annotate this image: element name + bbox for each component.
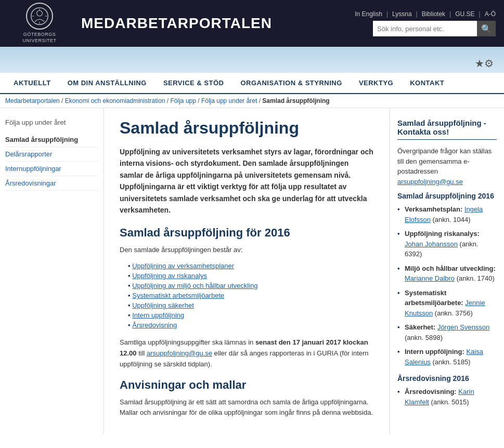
section1-title: Samlad årsuppföljning för 2016 [120,226,374,240]
header-right: In English | Lyssna | Bibliotek | GU.SE … [355,10,496,36]
nav-kontakt[interactable]: KONTAKT [402,73,453,93]
logo-circle [26,3,53,30]
sidebar-item-samlad-arsuppfoljning[interactable]: Samlad årsuppföljning [5,133,98,147]
contact-email[interactable]: arsuppfoljning@gu.se [397,178,463,186]
list-item: Uppföljning av miljö och hållbar utveckl… [128,281,374,291]
sidebar-item-delarsrapporter[interactable]: Delårsrapporter [5,147,98,162]
list-item: Årsredovisning [128,320,374,330]
search-button[interactable]: 🔍 [477,21,496,36]
list-item: Intern uppföljning [128,310,374,320]
a-o-link[interactable]: A-Ö [485,10,496,18]
main-content: Samlad årsuppföljning Uppföljning av uni… [104,108,390,434]
link-arbetsmiljo[interactable]: Systematiskt arbetsmiljöarbete [132,292,224,299]
contact-text: Övergripande frågor kan ställas till den… [397,146,497,187]
page-title: Samlad årsuppföljning [120,118,374,138]
right-item-ars: Årsredovisning: Karin Klamfelt (ankn. 50… [397,387,497,407]
sidebar-item-internuppfoljningar[interactable]: Internuppföljningar [5,162,98,176]
nav-verktyg[interactable]: VERKTYG [351,73,402,93]
svg-point-1 [37,11,43,17]
link-verksamhetsplaner[interactable]: Uppföljning av verksamhetsplaner [132,262,234,270]
right-item-5: Intern uppföljning: Kaisa Salenius (ankn… [397,347,497,367]
breadcrumb-medarbetarportalen[interactable]: Medarbetarportalen [5,97,60,104]
nav-aktuellt[interactable]: AKTUELLT [5,73,59,93]
site-title: MEDARBETARPORTALEN [81,15,355,32]
logo-text: GÖTEBORGS UNIVERSITET [22,32,56,44]
header: GÖTEBORGS UNIVERSITET MEDARBETARPORTALEN… [0,0,504,47]
right-link-1[interactable]: Johan Johansson [405,240,458,248]
right-item-3: Systematiskt arbetsmiljöarbete: Jennie K… [397,288,497,319]
list-item: Systematiskt arbetsmiljöarbete [128,291,374,300]
lyssna-link[interactable]: Lyssna [392,10,412,18]
right-item-0: Verksamhetsplan: Ingela Elofsson (ankn. … [397,204,497,225]
breadcrumb-folja-upp-under-aret[interactable]: Följa upp under året [201,97,257,104]
right-sidebar-title: Samlad årsuppföljning - Kontakta oss! [397,118,497,140]
section2-title: Anvisningar och mallar [120,378,374,392]
content-wrapper: Följa upp under året Samlad årsuppföljni… [0,108,504,434]
section2-text: Samlad årsuppföljning är ett sätt att sa… [120,397,374,419]
nav-organisation-styrning[interactable]: ORGANISATION & STYRNING [232,73,350,93]
search-bar: 🔍 [373,21,496,36]
link-arsredovisning[interactable]: Årsredovisning [132,321,177,329]
intro-paragraph: Uppföljning av universitetets verksamhet… [120,146,374,216]
breadcrumb-current: Samlad årsuppföljning [262,97,329,104]
right-item-4: Säkerhet: Jörgen Svensson (ankn. 5898) [397,322,497,342]
nav-om-din-anstallning[interactable]: OM DIN ANSTÄLLNING [59,73,155,93]
deadline-text2: till [137,349,147,357]
left-sidebar: Följa upp under året Samlad årsuppföljni… [0,108,104,434]
links-list: Uppföljning av verksamhetsplaner Uppfölj… [120,261,374,330]
right-item-1: Uppföljning riskanalys:Johan Johansson (… [397,229,497,259]
breadcrumb-ekonomi[interactable]: Ekonomi och ekonomiadministration [65,97,165,104]
right-item-2: Miljö och hållbar utveckling: Marianne D… [397,263,497,284]
search-input[interactable] [373,21,477,36]
link-intern-uppfoljning[interactable]: Intern uppföljning [132,311,184,319]
right-link-2[interactable]: Marianne Dalbro [405,274,455,282]
section1-intro: Den samlade årsuppföljningen består av: [120,245,374,256]
right-section2-title: Årsredovisning 2016 [397,374,497,383]
list-item: Uppföljning av verksamhetsplaner [128,261,374,271]
right-sidebar: Samlad årsuppföljning - Kontakta oss! Öv… [390,108,504,434]
link-miljo[interactable]: Uppföljning av miljö och hållbar utveckl… [132,282,257,289]
list-item: Uppföljning av riskanalys [128,271,374,281]
sidebar-item-arsredovisningar[interactable]: Årsredovisningar [5,176,98,191]
favorites-icon[interactable]: ★⚙ [475,57,494,70]
main-nav: AKTUELLT OM DIN ANSTÄLLNING SERVICE & ST… [0,73,504,94]
right-section1-title: Samlad årsuppföljning 2016 [397,192,497,200]
deadline-text1: Samtliga uppföljningsuppgifter ska lämna… [120,338,255,346]
breadcrumb-folja-upp[interactable]: Följa upp [171,97,196,104]
nav-service-stod[interactable]: SERVICE & STÖD [155,73,232,93]
blue-strip: ★⚙ [0,47,504,73]
deadline-email[interactable]: arsuppfoljning@gu.se [147,349,212,357]
bibliotek-link[interactable]: Bibliotek [422,10,445,18]
gu-se-link[interactable]: GU.SE [455,10,474,18]
logo-box: GÖTEBORGS UNIVERSITET [8,0,71,47]
header-links: In English | Lyssna | Bibliotek | GU.SE … [355,10,496,18]
right-link-4[interactable]: Jörgen Svensson [437,323,489,331]
breadcrumb: Medarbetarportalen / Ekonomi och ekonomi… [0,94,504,108]
sidebar-section-title: Följa upp under året [5,118,98,126]
deadline-paragraph: Samtliga uppföljningsuppgifter ska lämna… [120,337,374,370]
link-riskanalys[interactable]: Uppföljning av riskanalys [132,272,207,280]
link-sakerhet[interactable]: Uppföljning säkerhet [132,301,194,309]
list-item: Uppföljning säkerhet [128,300,374,310]
in-english-link[interactable]: In English [355,10,382,18]
